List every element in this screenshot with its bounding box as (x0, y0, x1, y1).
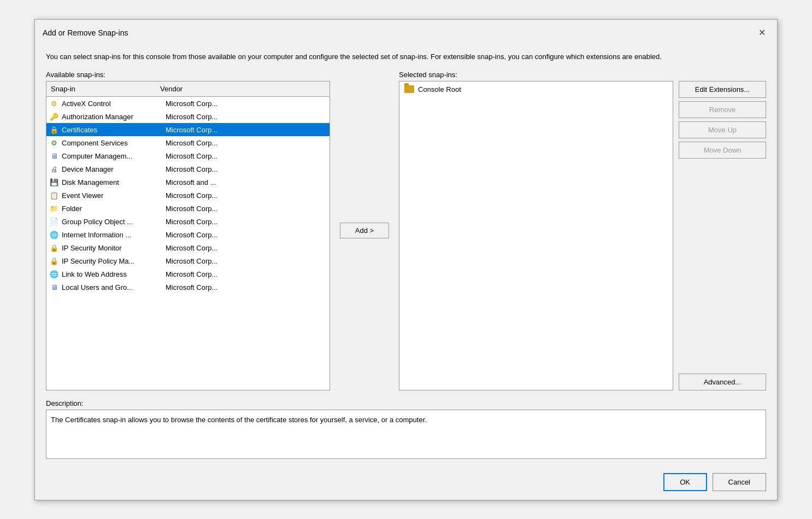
snap-in-vendor: Microsoft Corp... (166, 113, 327, 121)
snap-in-vendor: Microsoft and ... (166, 178, 327, 186)
list-row[interactable]: 💾 Disk Management Microsoft and ... (46, 176, 329, 189)
snap-in-vendor: Microsoft Corp... (166, 165, 327, 173)
snap-in-name: Authorization Manager (62, 113, 166, 121)
list-row[interactable]: 🖨 Device Manager Microsoft Corp... (46, 162, 329, 176)
snap-in-icon: 🖥 (49, 150, 60, 161)
dialog-title: Add or Remove Snap-ins (43, 28, 128, 37)
dialog-footer: OK Cancel (35, 466, 777, 500)
description-section: Description: The Certificates snap-in al… (46, 399, 766, 459)
list-row[interactable]: ⚙ Component Services Microsoft Corp... (46, 136, 329, 149)
snap-in-vendor: Microsoft Corp... (166, 100, 327, 108)
selected-label: Selected snap-ins: (399, 71, 766, 79)
snap-in-name: ActiveX Control (62, 100, 166, 108)
list-row[interactable]: 📋 Event Viewer Microsoft Corp... (46, 189, 329, 202)
right-area: Selected snap-ins: Console Root (399, 71, 766, 390)
snap-in-icon: 🔑 (49, 111, 60, 122)
snap-in-name: Disk Management (62, 178, 166, 186)
snap-in-icon: 🌐 (49, 229, 60, 240)
list-row[interactable]: 🌐 Internet Information ... Microsoft Cor… (46, 228, 329, 241)
snap-in-name: Event Viewer (62, 191, 166, 200)
list-header: Snap-in Vendor (46, 81, 329, 97)
description-label: Description: (46, 399, 766, 407)
available-snap-ins-panel: Available snap-ins: Snap-in Vendor ⚙ Act… (46, 71, 330, 390)
snap-in-column-header: Snap-in (46, 84, 156, 94)
snap-in-name: Link to Web Address (62, 270, 166, 278)
vendor-column-header: Vendor (156, 84, 329, 94)
snap-in-vendor: Microsoft Corp... (166, 205, 327, 213)
dialog-body: You can select snap-ins for this console… (35, 44, 777, 466)
list-row[interactable]: 🖥 Local Users and Gro... Microsoft Corp.… (46, 281, 329, 294)
list-row[interactable]: 🔒 Certificates Microsoft Corp... (46, 123, 329, 136)
remove-button[interactable]: Remove (679, 101, 766, 118)
dialog-description: You can select snap-ins for this console… (46, 51, 766, 62)
snap-in-name: Component Services (62, 139, 166, 147)
description-box: The Certificates snap-in allows you to b… (46, 410, 766, 459)
add-remove-snapins-dialog: Add or Remove Snap-ins ✕ You can select … (34, 19, 778, 500)
add-button[interactable]: Add > (340, 223, 389, 238)
move-up-button[interactable]: Move Up (679, 121, 766, 138)
list-row[interactable]: 🖥 Computer Managem... Microsoft Corp... (46, 149, 329, 162)
snap-in-icon: 🔒 (49, 255, 60, 266)
list-row[interactable]: 🔑 Authorization Manager Microsoft Corp..… (46, 110, 329, 123)
snap-in-vendor: Microsoft Corp... (166, 126, 327, 134)
selected-list-container[interactable]: Console Root (399, 81, 673, 390)
snap-in-name: Certificates (62, 126, 166, 134)
description-content: The Certificates snap-in allows you to b… (51, 416, 427, 424)
title-bar: Add or Remove Snap-ins ✕ (35, 20, 777, 44)
list-row[interactable]: 📄 Group Policy Object ... Microsoft Corp… (46, 215, 329, 228)
selected-row: Console Root (399, 81, 673, 97)
snap-in-name: Local Users and Gro... (62, 283, 166, 291)
snap-in-icon: 🖨 (49, 164, 60, 174)
available-label: Available snap-ins: (46, 71, 330, 79)
list-row[interactable]: 🔒 IP Security Policy Ma... Microsoft Cor… (46, 254, 329, 267)
list-row[interactable]: 🔒 IP Security Monitor Microsoft Corp... (46, 241, 329, 254)
list-row[interactable]: ⚙ ActiveX Control Microsoft Corp... (46, 97, 329, 110)
snap-in-name: Folder (62, 205, 166, 213)
snap-in-icon: 🖥 (49, 282, 60, 293)
ok-button[interactable]: OK (663, 473, 707, 491)
close-button[interactable]: ✕ (754, 25, 769, 40)
snap-in-vendor: Microsoft Corp... (166, 231, 327, 239)
snap-in-icon: 🔒 (49, 124, 60, 135)
snap-in-icon: 📁 (49, 203, 60, 214)
snap-in-name: Group Policy Object ... (62, 218, 166, 226)
snap-in-name: IP Security Monitor (62, 244, 166, 252)
snap-in-icon: 💾 (49, 177, 60, 188)
advanced-button[interactable]: Advanced... (679, 374, 766, 390)
snap-in-icon: 📋 (49, 190, 60, 201)
snap-in-name: Computer Managem... (62, 152, 166, 160)
snap-in-name: IP Security Policy Ma... (62, 257, 166, 265)
snap-in-vendor: Microsoft Corp... (166, 270, 327, 278)
snap-in-vendor: Microsoft Corp... (166, 244, 327, 252)
list-row[interactable]: 🌐 Link to Web Address Microsoft Corp... (46, 267, 329, 281)
right-section: Console Root Edit Extensions... Remove M… (399, 81, 766, 390)
snap-in-vendor: Microsoft Corp... (166, 257, 327, 265)
snap-in-name: Internet Information ... (62, 231, 166, 239)
snap-in-vendor: Microsoft Corp... (166, 218, 327, 226)
list-row[interactable]: 📁 Folder Microsoft Corp... (46, 202, 329, 215)
edit-extensions-button[interactable]: Edit Extensions... (679, 81, 766, 98)
available-list-container: Snap-in Vendor ⚙ ActiveX Control Microso… (46, 81, 330, 390)
snap-in-vendor: Microsoft Corp... (166, 139, 327, 147)
snap-ins-scroll-area[interactable]: ⚙ ActiveX Control Microsoft Corp... 🔑 Au… (46, 97, 329, 390)
snap-in-vendor: Microsoft Corp... (166, 152, 327, 160)
snap-in-icon: 🔒 (49, 242, 60, 253)
cancel-button[interactable]: Cancel (713, 473, 766, 491)
snap-in-vendor: Microsoft Corp... (166, 283, 327, 291)
console-root-icon (404, 84, 415, 95)
action-buttons: Edit Extensions... Remove Move Up Move D… (679, 81, 766, 390)
snap-in-icon: 📄 (49, 216, 60, 227)
middle-panel: Add > (336, 71, 393, 390)
console-root-label: Console Root (418, 85, 461, 94)
move-down-button[interactable]: Move Down (679, 142, 766, 159)
snap-in-icon: 🌐 (49, 269, 60, 279)
snap-in-vendor: Microsoft Corp... (166, 191, 327, 200)
main-area: Available snap-ins: Snap-in Vendor ⚙ Act… (46, 71, 766, 390)
snap-in-icon: ⚙ (49, 98, 60, 109)
snap-in-name: Device Manager (62, 165, 166, 173)
snap-in-icon: ⚙ (49, 137, 60, 148)
